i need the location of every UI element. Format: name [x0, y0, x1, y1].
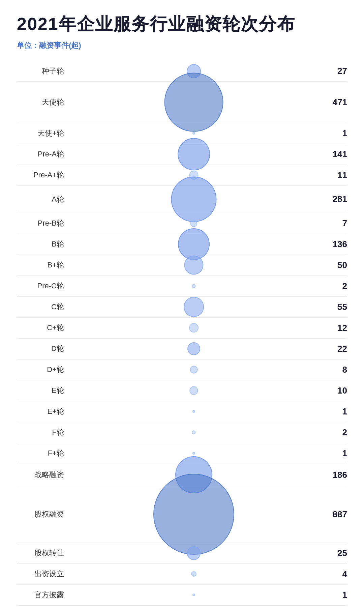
row-label: E轮	[17, 385, 71, 396]
bubble	[191, 571, 196, 577]
row-value: 2	[317, 281, 347, 291]
row-value: 471	[317, 97, 347, 108]
row-label: 官方披露	[17, 590, 71, 600]
bubble-cell	[71, 234, 317, 255]
row-value: 25	[317, 548, 347, 558]
row-value: 12	[317, 323, 347, 333]
row-label: D轮	[17, 344, 71, 354]
bubble	[192, 410, 195, 413]
bubble-cell	[71, 255, 317, 276]
row-value: 1	[317, 406, 347, 417]
row-value: 27	[317, 66, 347, 76]
row-value: 1	[317, 128, 347, 139]
chart-row: 股权转让25	[17, 543, 347, 564]
chart-row: D+轮8	[17, 359, 347, 380]
chart-row: 天使+轮1	[17, 123, 347, 144]
bubble	[189, 386, 198, 395]
chart-row: C+轮12	[17, 318, 347, 339]
chart-row: E轮10	[17, 380, 347, 401]
row-label: Pre-A+轮	[17, 170, 71, 180]
chart-row: F轮2	[17, 422, 347, 443]
row-label: 股权转让	[17, 548, 71, 558]
chart-row: Pre-A轮141	[17, 144, 347, 165]
chart-row: C轮55	[17, 297, 347, 318]
row-value: 7	[317, 218, 347, 229]
chart-row: 出资设立4	[17, 564, 347, 585]
row-value: 2	[317, 427, 347, 438]
row-label: 股权融资	[17, 509, 71, 519]
bubble	[192, 452, 195, 455]
row-value: 8	[317, 365, 347, 375]
bubble-cell	[71, 584, 317, 605]
row-label: 天使轮	[17, 97, 71, 107]
chart-row: 股权融资887	[17, 486, 347, 543]
bubble-cell	[71, 359, 317, 380]
chart-area: 种子轮27天使轮471天使+轮1Pre-A轮141Pre-A+轮11A轮281P…	[17, 61, 347, 607]
chart-row: 拟收购21	[17, 606, 347, 607]
unit-prefix: 单位：	[17, 41, 39, 50]
row-label: Pre-B轮	[17, 218, 71, 228]
bubble	[187, 342, 200, 355]
row-label: C轮	[17, 302, 71, 312]
bubble	[190, 366, 198, 374]
row-value: 136	[317, 239, 347, 250]
chart-row: E+轮1	[17, 401, 347, 422]
bubble-cell	[71, 543, 317, 563]
bubble-cell	[71, 401, 317, 422]
bubble-cell	[71, 563, 317, 584]
row-label: E+轮	[17, 406, 71, 416]
row-value: 55	[317, 302, 347, 312]
row-value: 4	[317, 569, 347, 579]
chart-row: 天使轮471	[17, 82, 347, 123]
chart-row: Pre-C轮2	[17, 276, 347, 297]
row-label: 战略融资	[17, 470, 71, 480]
row-label: A轮	[17, 194, 71, 204]
bubble-cell	[71, 422, 317, 443]
row-value: 887	[317, 509, 347, 520]
bubble	[189, 323, 199, 333]
bubble-cell	[71, 92, 317, 113]
bubble-cell	[71, 380, 317, 401]
bubble-cell	[71, 317, 317, 338]
chart-row: B+轮50	[17, 255, 347, 276]
row-label: B+轮	[17, 260, 71, 270]
bubble-cell	[71, 296, 317, 317]
row-label: D+轮	[17, 365, 71, 375]
row-value: 1	[317, 448, 347, 459]
row-label: F+轮	[17, 448, 71, 458]
bubble	[192, 132, 195, 135]
row-value: 141	[317, 149, 347, 160]
bubble	[192, 284, 195, 288]
row-value: 1	[317, 590, 347, 600]
chart-row: 官方披露1	[17, 585, 347, 606]
row-label: B轮	[17, 239, 71, 249]
bubble-cell	[71, 276, 317, 296]
bubble-cell	[71, 189, 317, 210]
bubble-cell	[71, 504, 317, 525]
row-label: C+轮	[17, 323, 71, 333]
row-label: 种子轮	[17, 66, 71, 76]
unit-label: 单位：融资事件(起)	[17, 40, 347, 51]
bubble-cell	[71, 338, 317, 359]
bubble	[184, 256, 204, 275]
chart-row: D轮22	[17, 339, 347, 359]
bubble	[192, 594, 195, 596]
row-label: F轮	[17, 427, 71, 437]
chart-row: Pre-B轮7	[17, 213, 347, 234]
bubble-cell	[71, 605, 317, 607]
bubble-cell	[71, 144, 317, 165]
row-value: 10	[317, 385, 347, 396]
row-value: 50	[317, 260, 347, 270]
bubble	[184, 297, 204, 317]
chart-row: A轮281	[17, 186, 347, 213]
row-label: 出资设立	[17, 569, 71, 579]
page-title: 2021年企业服务行业融资轮次分布	[17, 13, 347, 34]
chart-row: B轮136	[17, 234, 347, 255]
row-value: 11	[317, 170, 347, 180]
row-value: 281	[317, 194, 347, 204]
page-container: 2021年企业服务行业融资轮次分布 单位：融资事件(起) 种子轮27天使轮471…	[0, 0, 364, 607]
row-label: Pre-C轮	[17, 281, 71, 291]
bubble	[192, 431, 195, 434]
bubble	[187, 546, 201, 560]
row-value: 186	[317, 470, 347, 480]
